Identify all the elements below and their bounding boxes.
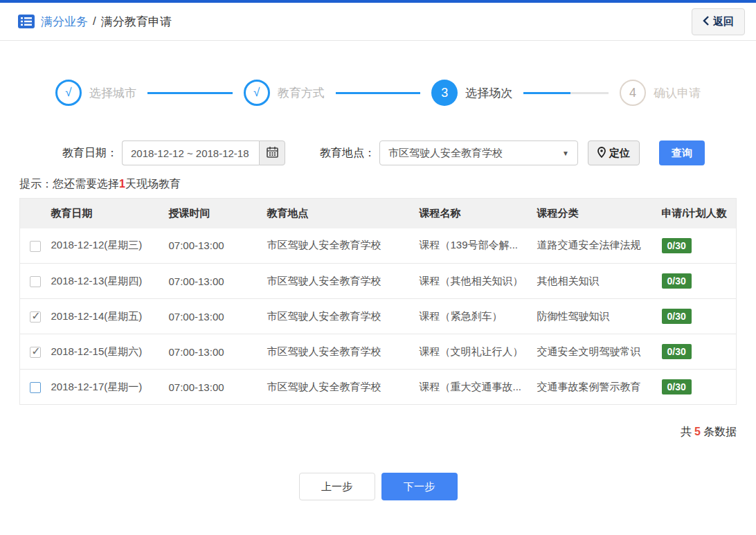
page-header: 满分业务 / 满分教育申请 返回 bbox=[0, 0, 756, 41]
step-4-label: 确认申请 bbox=[654, 85, 701, 101]
location-select[interactable]: 市区驾驶人安全教育学校 ▼ bbox=[379, 140, 578, 165]
list-icon bbox=[18, 15, 35, 28]
cell-date: 2018-12-15(星期六) bbox=[51, 334, 169, 370]
cell-location: 市区驾驶人安全教育学校 bbox=[267, 264, 420, 299]
step-2-label: 教育方式 bbox=[278, 85, 325, 101]
step-education-mode: √ 教育方式 bbox=[244, 80, 325, 106]
search-button[interactable]: 查询 bbox=[659, 140, 705, 165]
col-header-quota: 申请/计划人数 bbox=[662, 199, 737, 228]
quota-badge: 0/30 bbox=[662, 344, 692, 359]
chevron-left-icon bbox=[703, 16, 709, 28]
quota-badge: 0/30 bbox=[662, 273, 692, 289]
cell-time: 07:00-13:00 bbox=[169, 264, 267, 299]
col-header-time: 授课时间 bbox=[169, 199, 267, 228]
table-row: 2018-12-13(星期四) 07:00-13:00 市区驾驶人安全教育学校 … bbox=[20, 264, 737, 299]
breadcrumb: 满分业务 / 满分教育申请 bbox=[18, 14, 172, 30]
step-select-session: 3 选择场次 bbox=[431, 80, 512, 106]
table-row: 2018-12-12(星期三) 07:00-13:00 市区驾驶人安全教育学校 … bbox=[20, 228, 737, 264]
calendar-button[interactable] bbox=[259, 140, 285, 165]
record-count-summary: 共5条数据 bbox=[0, 425, 737, 439]
cell-location: 市区驾驶人安全教育学校 bbox=[267, 334, 420, 370]
quota-badge: 0/30 bbox=[662, 309, 692, 324]
row-checkbox[interactable] bbox=[30, 276, 41, 287]
cell-time: 07:00-13:00 bbox=[169, 299, 267, 334]
cell-course: 课程（重大交通事故... bbox=[420, 370, 537, 405]
step-confirm-application: 4 确认申请 bbox=[620, 80, 701, 106]
date-range-group bbox=[122, 140, 285, 165]
cell-date: 2018-12-14(星期五) bbox=[51, 299, 169, 334]
table-row: 2018-12-15(星期六) 07:00-13:00 市区驾驶人安全教育学校 … bbox=[20, 334, 737, 370]
step-select-city: √ 选择城市 bbox=[55, 80, 136, 106]
row-checkbox[interactable] bbox=[30, 311, 41, 323]
breadcrumb-root[interactable]: 满分业务 bbox=[41, 14, 88, 30]
step-wizard: √ 选择城市 √ 教育方式 3 选择场次 4 确认申请 bbox=[55, 80, 701, 106]
cell-category: 交通事故案例警示教育 bbox=[537, 370, 662, 405]
cell-location: 市区驾驶人安全教育学校 bbox=[267, 299, 420, 334]
date-range-input[interactable] bbox=[122, 140, 259, 165]
locate-button[interactable]: 定位 bbox=[588, 140, 640, 165]
calendar-icon bbox=[267, 146, 278, 161]
cell-date: 2018-12-12(星期三) bbox=[51, 228, 169, 264]
step-4-circle: 4 bbox=[620, 80, 646, 106]
cell-location: 市区驾驶人安全教育学校 bbox=[267, 370, 420, 405]
hint-suffix: 天现场教育 bbox=[125, 178, 181, 190]
location-label: 教育地点： bbox=[320, 146, 375, 161]
step-3-circle: 3 bbox=[431, 80, 458, 106]
row-checkbox[interactable] bbox=[30, 241, 41, 252]
location-pin-icon bbox=[597, 147, 606, 160]
cell-course: 课程（139号部令解... bbox=[420, 228, 537, 264]
cell-date: 2018-12-13(星期四) bbox=[51, 264, 169, 299]
cell-time: 07:00-13:00 bbox=[169, 228, 267, 264]
sessions-table: 教育日期 授课时间 教育地点 课程名称 课程分类 申请/计划人数 2018-12… bbox=[19, 198, 737, 405]
cell-date: 2018-12-17(星期一) bbox=[51, 370, 169, 405]
cell-category: 防御性驾驶知识 bbox=[537, 299, 662, 334]
step-connector bbox=[523, 92, 609, 94]
row-checkbox[interactable] bbox=[30, 347, 41, 358]
cell-course: 课程（其他相关知识） bbox=[420, 264, 537, 299]
cell-category: 道路交通安全法律法规 bbox=[537, 228, 662, 264]
summary-count: 5 bbox=[694, 426, 701, 437]
table-header-row: 教育日期 授课时间 教育地点 课程名称 课程分类 申请/计划人数 bbox=[20, 199, 737, 228]
table-row: 2018-12-14(星期五) 07:00-13:00 市区驾驶人安全教育学校 … bbox=[20, 299, 737, 334]
hint-text: 提示：您还需要选择1天现场教育 bbox=[19, 177, 737, 192]
next-step-button[interactable]: 下一步 bbox=[381, 473, 458, 500]
step-1-circle: √ bbox=[55, 80, 82, 106]
col-header-date: 教育日期 bbox=[51, 199, 169, 228]
cell-course: 课程（紧急刹车） bbox=[420, 299, 537, 334]
step-1-label: 选择城市 bbox=[89, 85, 136, 101]
chevron-down-icon: ▼ bbox=[562, 149, 569, 157]
date-range-label: 教育日期： bbox=[62, 146, 118, 161]
hint-count: 1 bbox=[119, 178, 125, 190]
cell-time: 07:00-13:00 bbox=[169, 334, 267, 370]
locate-button-label: 定位 bbox=[609, 147, 630, 160]
step-connector bbox=[147, 92, 233, 94]
col-header-location: 教育地点 bbox=[267, 199, 420, 228]
previous-step-button[interactable]: 上一步 bbox=[299, 473, 375, 500]
step-2-circle: √ bbox=[244, 80, 270, 106]
wizard-footer: 上一步 下一步 bbox=[0, 473, 756, 500]
summary-prefix: 共 bbox=[681, 426, 692, 437]
table-row: 2018-12-17(星期一) 07:00-13:00 市区驾驶人安全教育学校 … bbox=[20, 370, 737, 405]
col-header-category: 课程分类 bbox=[537, 199, 662, 228]
breadcrumb-separator: / bbox=[93, 15, 96, 28]
filter-bar: 教育日期： 教育地点： 市区驾驶人安全教育学校 ▼ bbox=[62, 140, 756, 165]
breadcrumb-current: 满分教育申请 bbox=[101, 14, 172, 30]
back-button-label: 返回 bbox=[713, 15, 734, 28]
row-checkbox[interactable] bbox=[30, 382, 41, 393]
header-checkbox-cell bbox=[20, 199, 51, 228]
col-header-course: 课程名称 bbox=[420, 199, 537, 228]
location-select-value: 市区驾驶人安全教育学校 bbox=[388, 147, 503, 160]
cell-course: 课程（文明礼让行人） bbox=[420, 334, 537, 370]
summary-suffix: 条数据 bbox=[703, 426, 737, 437]
cell-category: 其他相关知识 bbox=[537, 264, 662, 299]
hint-prefix: 提示：您还需要选择 bbox=[19, 178, 119, 190]
step-connector bbox=[336, 92, 421, 94]
back-button[interactable]: 返回 bbox=[692, 8, 745, 35]
cell-location: 市区驾驶人安全教育学校 bbox=[267, 228, 420, 264]
cell-category: 交通安全文明驾驶常识 bbox=[537, 334, 662, 370]
quota-badge: 0/30 bbox=[662, 238, 692, 253]
step-3-label: 选择场次 bbox=[465, 85, 512, 101]
quota-badge: 0/30 bbox=[662, 379, 692, 395]
cell-time: 07:00-13:00 bbox=[169, 370, 267, 405]
